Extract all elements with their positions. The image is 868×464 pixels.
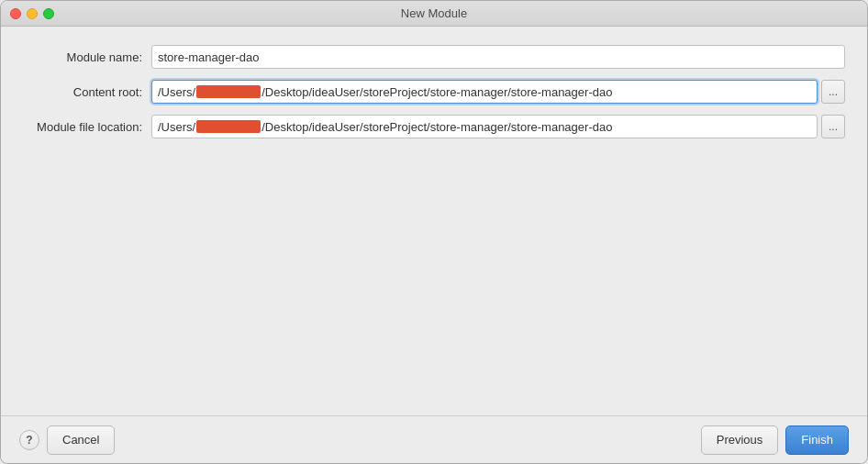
module-name-row: Module name: (23, 45, 845, 69)
content-root-browse-button[interactable]: ... (821, 80, 845, 104)
previous-button[interactable]: Previous (701, 425, 779, 455)
content-root-suffix: /Desktop/ideaUser/storeProject/store-man… (262, 85, 612, 99)
content-root-row: Content root: /Users/ /Desktop/ideaUser/… (23, 80, 845, 104)
module-file-label: Module file location: (23, 120, 151, 134)
footer-left: ? Cancel (19, 425, 115, 455)
dialog-content: Module name: Content root: /Users/ /Desk… (1, 27, 867, 415)
module-file-row: Module file location: /Users/ /Desktop/i… (23, 115, 845, 138)
maximize-button[interactable] (43, 8, 54, 19)
module-file-redacted (196, 120, 261, 133)
module-file-input[interactable]: /Users/ /Desktop/ideaUser/storeProject/s… (151, 115, 818, 138)
dialog-footer: ? Cancel Previous Finish (1, 415, 867, 463)
content-root-label: Content root: (23, 85, 151, 99)
finish-button[interactable]: Finish (785, 425, 849, 455)
content-spacer (23, 149, 845, 397)
module-file-browse-button[interactable]: ... (821, 115, 845, 138)
module-file-input-wrap: /Users/ /Desktop/ideaUser/storeProject/s… (151, 115, 845, 138)
module-name-label: Module name: (23, 50, 151, 64)
footer-right: Previous Finish (701, 425, 849, 455)
module-name-input[interactable] (151, 45, 845, 69)
close-button[interactable] (10, 8, 21, 19)
traffic-lights (10, 8, 54, 19)
cancel-button[interactable]: Cancel (47, 425, 115, 455)
module-name-input-wrap (151, 45, 845, 69)
content-root-input[interactable]: /Users/ /Desktop/ideaUser/storeProject/s… (151, 80, 818, 104)
minimize-button[interactable] (27, 8, 38, 19)
module-file-suffix: /Desktop/ideaUser/storeProject/store-man… (262, 120, 612, 134)
content-root-redacted (196, 85, 261, 98)
window-title: New Module (401, 6, 467, 20)
content-root-prefix: /Users/ (158, 85, 195, 99)
help-button[interactable]: ? (19, 430, 39, 450)
content-root-input-wrap: /Users/ /Desktop/ideaUser/storeProject/s… (151, 80, 845, 104)
module-file-prefix: /Users/ (158, 120, 195, 134)
title-bar: New Module (1, 1, 867, 27)
new-module-dialog: New Module Module name: Content root: /U… (0, 0, 868, 464)
